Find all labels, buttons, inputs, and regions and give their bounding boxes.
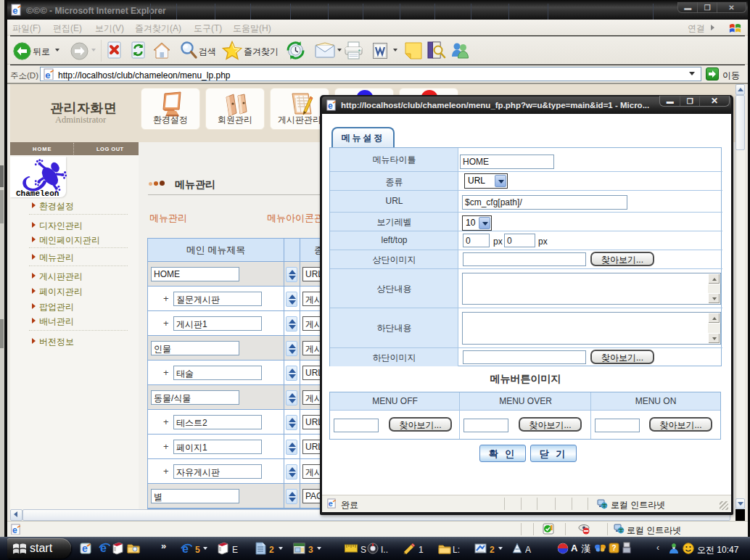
svg-text:e: e (45, 70, 50, 81)
svg-text:e: e (82, 543, 88, 554)
svg-text:?: ? (611, 544, 616, 552)
svg-text:e: e (12, 525, 17, 535)
svg-text:e: e (329, 499, 333, 508)
svg-text:e: e (12, 5, 17, 16)
svg-text:e: e (328, 101, 333, 111)
